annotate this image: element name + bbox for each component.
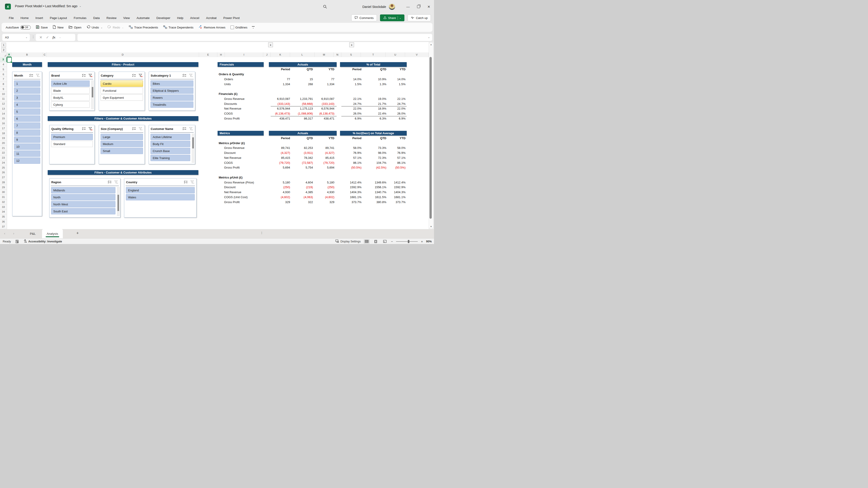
slicer-item-premium[interactable]: Premium: [51, 134, 93, 140]
row-header-15[interactable]: 15: [0, 116, 7, 121]
slicer-item-active-life[interactable]: Active Life: [51, 81, 90, 87]
slicer-item-bodyxl[interactable]: BodyXL: [51, 94, 90, 101]
column-header-T[interactable]: T: [361, 53, 386, 57]
column-header-H[interactable]: H: [217, 53, 225, 57]
new-button[interactable]: New: [51, 25, 65, 30]
normal-view-button[interactable]: [364, 239, 370, 244]
slicer-month[interactable]: Month123456789101112: [12, 72, 42, 216]
ribbon-tab-formulas[interactable]: Formulas: [70, 16, 90, 20]
row-header-37[interactable]: 37: [0, 224, 7, 229]
row-header-17[interactable]: 17: [0, 126, 7, 131]
slicer-category[interactable]: CategoryCardioFunctionalGym Equipment: [99, 72, 145, 111]
autosave-toggle[interactable]: AutoSave Off: [4, 25, 32, 30]
row-header-9[interactable]: 9: [0, 87, 7, 92]
vertical-scroll-thumb[interactable]: [430, 57, 432, 219]
slicer-item-gym-equipment[interactable]: Gym Equipment: [100, 94, 143, 101]
multi-select-icon[interactable]: [132, 127, 136, 131]
row-header-7[interactable]: 7: [0, 77, 7, 82]
ribbon-tab-help[interactable]: Help: [174, 16, 187, 20]
column-group-expand-button-2[interactable]: +: [349, 42, 354, 47]
search-icon[interactable]: [322, 3, 329, 10]
slicer-item-bikes[interactable]: Bikes: [151, 81, 193, 87]
column-header-K[interactable]: K: [271, 53, 290, 57]
slicer-brand-scroll-thumb[interactable]: [92, 87, 93, 97]
slicer-subcategory[interactable]: Subcategory 1BikesElliptical & SteppersR…: [149, 72, 195, 111]
row-header-30[interactable]: 30: [0, 190, 7, 195]
row-header-24[interactable]: 24: [0, 160, 7, 165]
ribbon-tab-data[interactable]: Data: [90, 16, 103, 20]
column-header-I[interactable]: I: [225, 53, 263, 57]
row-header-21[interactable]: 21: [0, 146, 7, 150]
outline-level-button-1[interactable]: 1: [1, 43, 6, 47]
slicer-item-treadmills[interactable]: Treadmills: [151, 101, 193, 108]
ribbon-tab-insert[interactable]: Insert: [32, 16, 46, 20]
trace-dependents-button[interactable]: Trace Dependents: [162, 25, 195, 30]
slicer-item-7[interactable]: 7: [14, 122, 40, 129]
sheet-tab-analysis[interactable]: Analysis: [42, 229, 63, 238]
ribbon-tab-automate[interactable]: Automate: [133, 16, 153, 20]
column-header-A[interactable]: A: [7, 53, 11, 57]
slicer-item-11[interactable]: 11: [14, 150, 40, 157]
sheet-nav-right-icon[interactable]: ›: [13, 231, 14, 235]
row-header-25[interactable]: 25: [0, 165, 7, 170]
column-header-V[interactable]: V: [405, 53, 429, 57]
row-header-19[interactable]: 19: [0, 136, 7, 141]
clear-filter-icon[interactable]: [138, 74, 143, 78]
ribbon-tab-home[interactable]: Home: [17, 16, 32, 20]
share-button[interactable]: Share ⌄: [380, 14, 404, 21]
multi-select-icon[interactable]: [82, 127, 86, 131]
slicer-customer-scroll-thumb[interactable]: [192, 138, 194, 148]
slicer-item-cardio[interactable]: Cardio: [100, 81, 143, 87]
row-header-8[interactable]: 8: [0, 82, 7, 87]
column-group-expand-button-1[interactable]: +: [268, 42, 273, 47]
slicer-item-north-west[interactable]: North West: [51, 201, 116, 207]
slicer-item-1[interactable]: 1: [14, 81, 40, 87]
sheet-tab-p-l[interactable]: P&L: [25, 229, 41, 238]
excel-app-icon[interactable]: X: [5, 4, 11, 9]
zoom-slider[interactable]: [396, 241, 418, 242]
user-name[interactable]: Daniel Stockdale: [362, 5, 386, 8]
qat-overflow-icon[interactable]: ⌄: [252, 26, 255, 28]
avatar[interactable]: [389, 4, 395, 10]
slicer-customer-scrollbar[interactable]: [192, 134, 194, 163]
row-header-12[interactable]: 12: [0, 101, 7, 106]
slicer-item-rowers[interactable]: Rowers: [151, 94, 193, 101]
row-header-13[interactable]: 13: [0, 106, 7, 111]
remove-arrows-button[interactable]: Remove Arrows: [197, 25, 226, 30]
outline-level-button-2[interactable]: 2: [1, 48, 6, 52]
row-header-11[interactable]: 11: [0, 96, 7, 101]
trace-precedents-button[interactable]: Trace Precedents: [127, 25, 159, 30]
slicer-brand[interactable]: BrandActive LifeBladeBodyXLCyborg: [49, 72, 95, 111]
column-header-B[interactable]: B: [11, 53, 43, 57]
slicer-region-scrollbar[interactable]: [117, 187, 120, 216]
multi-select-icon[interactable]: [182, 74, 187, 78]
name-box[interactable]: A3 ⌄: [2, 34, 30, 41]
slicer-item-2[interactable]: 2: [14, 87, 40, 94]
row-header-23[interactable]: 23: [0, 155, 7, 160]
slicer-brand-scrollbar[interactable]: [91, 81, 94, 109]
sheet-tab-kebab-icon[interactable]: ⋮: [260, 231, 263, 235]
row-header-29[interactable]: 29: [0, 185, 7, 190]
row-header-31[interactable]: 31: [0, 195, 7, 200]
page-layout-view-button[interactable]: [373, 239, 379, 244]
slicer-item-north[interactable]: North: [51, 194, 116, 201]
row-header-34[interactable]: 34: [0, 209, 7, 214]
slicer-item-12[interactable]: 12: [14, 157, 40, 164]
column-header-N[interactable]: N: [334, 53, 341, 57]
selected-cell-A3[interactable]: [7, 57, 12, 63]
accessibility-status[interactable]: Accessibility: Investigate: [24, 239, 62, 244]
zoom-slider-thumb[interactable]: [408, 240, 409, 243]
ribbon-tab-arixcel[interactable]: Arixcel: [187, 16, 203, 20]
insert-function-icon[interactable]: fx: [53, 35, 56, 39]
select-all-corner[interactable]: [0, 53, 7, 57]
multi-select-icon[interactable]: [132, 74, 136, 78]
slicer-item-3[interactable]: 3: [14, 94, 40, 101]
slicer-country[interactable]: CountryEnglandWales: [124, 178, 196, 218]
display-settings-button[interactable]: Display Settings: [335, 240, 361, 244]
column-header-L[interactable]: L: [290, 53, 314, 57]
slicer-item-medium[interactable]: Medium: [100, 141, 143, 147]
row-header-18[interactable]: 18: [0, 131, 7, 136]
cancel-entry-icon[interactable]: ✕: [39, 35, 42, 39]
ribbon-tab-page-layout[interactable]: Page Layout: [46, 16, 70, 20]
ribbon-tab-developer[interactable]: Developer: [153, 16, 174, 20]
